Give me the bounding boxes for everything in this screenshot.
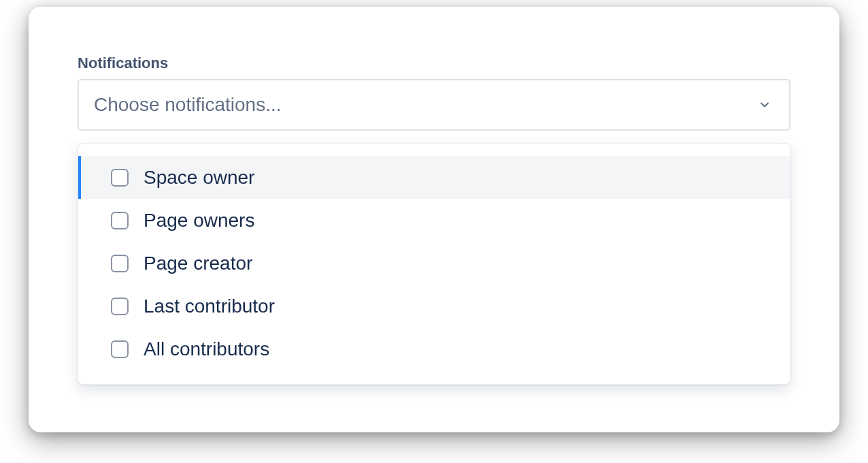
checkbox[interactable] [111,340,129,358]
option-page-owners[interactable]: Page owners [78,199,790,242]
option-all-contributors[interactable]: All contributors [78,328,790,370]
checkbox[interactable] [111,169,129,187]
option-last-contributor[interactable]: Last contributor [78,285,790,328]
notifications-dropdown: Space owner Page owners Page creator Las… [78,143,790,385]
notifications-select[interactable]: Choose notifications... [78,79,790,131]
checkbox[interactable] [111,255,129,272]
option-label: Last contributor [144,296,275,317]
option-label: Page owners [144,210,254,232]
select-placeholder: Choose notifications... [94,94,282,116]
field-label: Notifications [78,54,790,72]
option-page-creator[interactable]: Page creator [78,242,790,285]
option-label: All contributors [144,338,269,360]
option-space-owner[interactable]: Space owner [78,156,790,199]
notifications-card: Notifications Choose notifications... Sp… [29,7,839,432]
checkbox[interactable] [111,212,129,229]
checkbox[interactable] [111,298,129,315]
option-label: Space owner [144,167,254,189]
option-label: Page creator [144,253,252,274]
chevron-down-icon [758,98,771,112]
